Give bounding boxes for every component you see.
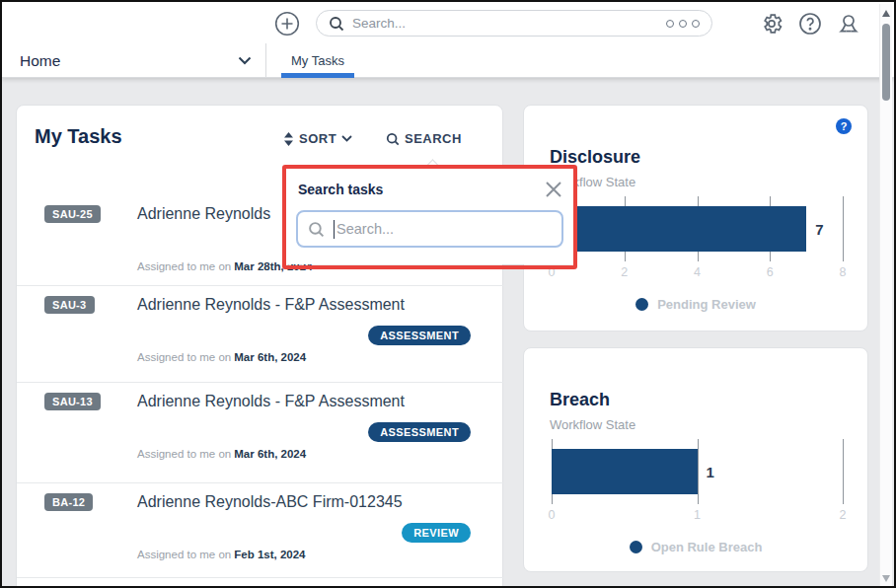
chart-title: Disclosure bbox=[550, 147, 640, 168]
plus-circle-icon bbox=[274, 11, 300, 37]
home-dropdown[interactable]: Home bbox=[2, 43, 265, 78]
bar-chart-plot: 7 bbox=[552, 196, 843, 261]
popup-title: Search tasks bbox=[298, 182, 383, 197]
chart-title: Breach bbox=[550, 390, 610, 410]
search-icon bbox=[329, 16, 344, 32]
task-row[interactable]: BA-12 Adrienne Reynolds-ABC Firm-012345 … bbox=[17, 483, 504, 578]
scroll-thumb[interactable] bbox=[882, 24, 890, 101]
task-row[interactable]: SAU-13 Adrienne Reynolds - F&P Assessmen… bbox=[17, 383, 504, 483]
legend-item[interactable]: Open Rule Breach bbox=[524, 540, 867, 554]
account-button[interactable] bbox=[836, 11, 860, 36]
axis-tick-label: 8 bbox=[840, 265, 847, 279]
task-id-badge: SAU-25 bbox=[44, 205, 101, 223]
task-id-badge: SAU-3 bbox=[44, 296, 95, 314]
nav-divider bbox=[265, 43, 266, 78]
axis-labels: 012 bbox=[552, 508, 843, 524]
axis-tick bbox=[843, 439, 844, 504]
task-title[interactable]: Adrienne Reynolds bbox=[137, 205, 270, 223]
sort-button[interactable]: SORT bbox=[283, 131, 352, 146]
question-circle-icon bbox=[798, 12, 822, 36]
assigned-line: Assigned to me onMar 6th, 2024 bbox=[17, 351, 504, 363]
status-badge: REVIEW bbox=[402, 523, 471, 543]
task-title[interactable]: Adrienne Reynolds - F&P Assessment bbox=[137, 296, 405, 314]
axis-tick-label: 0 bbox=[549, 265, 556, 279]
scroll-up-arrow[interactable] bbox=[882, 10, 890, 17]
bar-value-label: 1 bbox=[707, 464, 714, 480]
app-window: Home My Tasks My Tasks SORT bbox=[0, 0, 896, 588]
task-search-field[interactable] bbox=[296, 210, 563, 248]
legend-label: Open Rule Breach bbox=[651, 540, 763, 554]
axis-labels: 02468 bbox=[552, 265, 843, 281]
text-cursor bbox=[334, 220, 335, 239]
chart-subtitle: Workflow State bbox=[550, 417, 635, 432]
task-search-button[interactable]: SEARCH bbox=[386, 131, 462, 146]
global-search-bar[interactable] bbox=[316, 10, 712, 37]
chevron-down-icon bbox=[341, 135, 352, 142]
task-id-badge: SAU-13 bbox=[44, 393, 101, 410]
axis-tick-label: 2 bbox=[840, 508, 847, 522]
nav-bar: Home My Tasks bbox=[2, 43, 894, 78]
task-search-input[interactable] bbox=[336, 221, 552, 237]
tab-label: My Tasks bbox=[291, 53, 344, 68]
home-label: Home bbox=[20, 52, 60, 70]
close-button[interactable] bbox=[544, 180, 563, 199]
breach-card: Breach Workflow State 1 012 Open Rule Br… bbox=[523, 347, 868, 572]
tab-active-underline bbox=[281, 73, 354, 78]
card-help-icon[interactable]: ? bbox=[836, 118, 852, 134]
panel-title: My Tasks bbox=[35, 125, 122, 148]
task-row[interactable]: SAU-3 Adrienne Reynolds - F&P Assessment… bbox=[17, 286, 504, 383]
status-badge: ASSESSMENT bbox=[368, 422, 471, 442]
gear-icon bbox=[760, 12, 784, 36]
axis-tick-label: 0 bbox=[549, 508, 556, 522]
assigned-date: Mar 6th, 2024 bbox=[234, 351, 306, 363]
global-search-input[interactable] bbox=[352, 16, 666, 31]
create-button[interactable] bbox=[274, 11, 300, 37]
search-icon bbox=[308, 221, 325, 238]
assigned-line: Assigned to me onMar 6th, 2024 bbox=[17, 448, 504, 460]
legend-dot bbox=[635, 298, 648, 311]
sort-icon bbox=[283, 132, 294, 146]
scroll-down-arrow[interactable] bbox=[882, 575, 890, 582]
assigned-date: Feb 1st, 2024 bbox=[234, 549, 305, 560]
search-options-icon[interactable] bbox=[666, 20, 700, 28]
tab-my-tasks[interactable]: My Tasks bbox=[281, 43, 354, 78]
person-icon bbox=[837, 12, 860, 36]
axis-tick-label: 4 bbox=[694, 265, 701, 279]
status-badge: ASSESSMENT bbox=[368, 326, 471, 345]
axis-tick-label: 6 bbox=[767, 265, 774, 279]
chevron-down-icon bbox=[238, 56, 252, 65]
bar-value-label: 7 bbox=[815, 221, 823, 238]
help-button[interactable] bbox=[797, 11, 822, 36]
chart-bar[interactable] bbox=[552, 449, 698, 494]
close-icon bbox=[545, 181, 562, 198]
search-tasks-popup: Search tasks bbox=[286, 169, 573, 264]
legend-label: Pending Review bbox=[657, 297, 756, 312]
legend-dot bbox=[630, 541, 642, 553]
search-icon bbox=[386, 132, 400, 146]
settings-button[interactable] bbox=[759, 11, 784, 36]
task-id-badge: BA-12 bbox=[44, 493, 93, 511]
task-title[interactable]: Adrienne Reynolds - F&P Assessment bbox=[137, 393, 405, 410]
chart-bar[interactable] bbox=[552, 206, 806, 252]
axis-tick bbox=[843, 196, 844, 261]
assigned-line: Assigned to me onFeb 1st, 2024 bbox=[17, 549, 504, 560]
bar-chart-plot: 1 bbox=[552, 439, 843, 504]
axis-tick-label: 2 bbox=[621, 265, 628, 279]
top-bar bbox=[2, 2, 894, 43]
vertical-scrollbar[interactable] bbox=[879, 4, 892, 588]
legend-item[interactable]: Pending Review bbox=[524, 297, 867, 312]
assigned-date: Mar 6th, 2024 bbox=[234, 448, 306, 460]
axis-tick-label: 1 bbox=[694, 508, 701, 522]
task-title[interactable]: Adrienne Reynolds-ABC Firm-012345 bbox=[137, 493, 403, 511]
disclosure-card: ? Disclosure Workflow State 7 02468 Pend… bbox=[523, 105, 868, 331]
